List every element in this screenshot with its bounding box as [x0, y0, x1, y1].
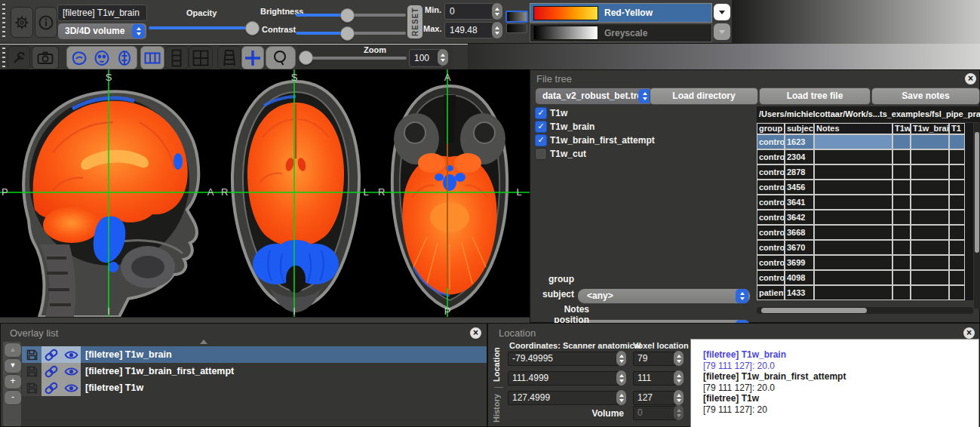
notes-cell[interactable]: [814, 210, 892, 225]
cmap-secondary-dropdown-button[interactable]: [714, 23, 730, 40]
crosshair-toggle-button[interactable]: [241, 46, 264, 69]
column-header-Notes[interactable]: Notes: [814, 123, 892, 134]
zoom-slider[interactable]: [305, 57, 407, 60]
toggle-visibility-button[interactable]: [61, 346, 81, 363]
sagittal-canvas[interactable]: S I P A: [0, 69, 217, 317]
scrollbar-thumb[interactable]: [975, 132, 979, 253]
world-z-field[interactable]: 127.4999: [508, 391, 619, 405]
overlay-name-field[interactable]: [filetree] T1w_brain: [57, 5, 147, 21]
notes-cell[interactable]: [814, 240, 892, 255]
tab-location[interactable]: Location: [492, 343, 504, 386]
column-header-T1w[interactable]: T1w: [892, 123, 911, 134]
overlay-info-button[interactable]: [35, 7, 57, 38]
column-header-T1w_brain[interactable]: T1w_brain: [911, 123, 949, 134]
filetree-variable-T1w_cut[interactable]: T1w_cut: [535, 147, 746, 160]
save-overlay-button[interactable]: [22, 363, 41, 379]
layout-horizontal-button[interactable]: [140, 46, 164, 69]
checkbox[interactable]: ✓: [535, 107, 547, 119]
brightness-slider-thumb[interactable]: [340, 8, 355, 23]
lightbox-mode-button[interactable]: [217, 46, 241, 69]
reset-button[interactable]: RESET: [407, 5, 422, 38]
add-overlay-button[interactable]: +: [4, 374, 22, 389]
table-row[interactable]: control3642: [757, 210, 973, 225]
checkbox[interactable]: ✓: [535, 121, 547, 133]
overlay-settings-button[interactable]: [11, 7, 33, 38]
opacity-slider-thumb[interactable]: [245, 21, 260, 35]
table-row[interactable]: control2878: [757, 164, 973, 180]
cmap-row-red-yellow[interactable]: Red-Yellow: [530, 3, 712, 23]
overlay-item[interactable]: [filetree] T1w_brain: [22, 346, 487, 363]
overlay-type-dropdown[interactable]: 3D/4D volume: [57, 23, 147, 40]
toolbar-drag-handle[interactable]: [2, 4, 5, 39]
notes-cell[interactable]: [814, 225, 892, 240]
filetree-variable-T1w_brain_first_attempt[interactable]: ✓T1w_brain_first_attempt: [535, 134, 746, 146]
notes-cell[interactable]: [814, 255, 892, 270]
overlay-item[interactable]: [filetree] T1w: [22, 379, 487, 396]
world-z-stepper[interactable]: [616, 390, 626, 405]
column-header-group[interactable]: group: [757, 123, 785, 134]
min-stepper[interactable]: [492, 3, 502, 20]
close-panel-button[interactable]: ×: [965, 73, 976, 84]
cmap-primary-dropdown-button[interactable]: [714, 4, 730, 20]
table-row[interactable]: control3456: [757, 180, 973, 195]
checkbox[interactable]: ✓: [535, 134, 547, 146]
max-stepper[interactable]: [492, 22, 502, 38]
table-vertical-scrollbar[interactable]: [974, 123, 980, 309]
axial-toggle-icon[interactable]: [115, 50, 134, 66]
screenshot-button[interactable]: [32, 46, 59, 69]
voxel-y-field[interactable]: 111: [633, 371, 677, 386]
coronal-toggle-icon[interactable]: [93, 50, 111, 66]
group-filter-dropdown[interactable]: <any>: [577, 288, 751, 304]
checkbox[interactable]: [535, 148, 547, 160]
notes-cell[interactable]: [814, 149, 892, 164]
world-y-stepper[interactable]: [616, 370, 626, 386]
voxel-x-field[interactable]: 79: [633, 352, 677, 366]
notes-cell[interactable]: [814, 134, 892, 149]
table-horizontal-scrollbar[interactable]: [757, 307, 973, 314]
contrast-slider-thumb[interactable]: [340, 26, 355, 41]
remove-overlay-button[interactable]: -: [4, 390, 22, 405]
table-row[interactable]: control3668: [757, 225, 973, 240]
close-panel-button[interactable]: ×: [963, 327, 975, 339]
cmap-mini-swatch-selected[interactable]: [505, 11, 528, 23]
load-tree-file-button[interactable]: Load tree file: [759, 88, 871, 105]
zoom-slider-thumb[interactable]: [299, 51, 313, 65]
voxel-z-stepper[interactable]: [674, 390, 684, 405]
toggle-visibility-button[interactable]: [61, 379, 81, 396]
table-row[interactable]: control3641: [757, 195, 973, 210]
notes-cell[interactable]: [814, 180, 892, 195]
min-value-field[interactable]: 0: [444, 3, 494, 20]
notes-cell[interactable]: [814, 195, 892, 210]
filetree-variable-T1w_brain[interactable]: ✓T1w_brain: [535, 120, 746, 133]
save-notes-button[interactable]: Save notes: [871, 88, 980, 105]
tab-history[interactable]: History: [492, 390, 504, 426]
axial-canvas[interactable]: A P R L: [374, 69, 530, 317]
zoom-tool-button[interactable]: [266, 46, 296, 69]
save-overlay-button[interactable]: [22, 346, 41, 363]
voxel-x-stepper[interactable]: [674, 351, 684, 366]
load-directory-button[interactable]: Load directory: [650, 88, 758, 105]
notes-cell[interactable]: [814, 285, 892, 300]
sagittal-toggle-icon[interactable]: [70, 50, 88, 66]
table-row[interactable]: patient1433: [757, 285, 973, 300]
move-overlay-down-button[interactable]: ▼: [4, 358, 22, 373]
voxel-y-stepper[interactable]: [674, 370, 684, 386]
max-value-field[interactable]: 149.48: [444, 22, 494, 38]
brightness-slider[interactable]: [296, 14, 347, 17]
toolbar-drag-handle[interactable]: [2, 48, 5, 67]
opacity-slider[interactable]: [149, 26, 254, 29]
link-overlay-button[interactable]: [41, 363, 61, 379]
cmap-mini-swatch[interactable]: [506, 23, 527, 33]
move-overlay-up-button[interactable]: ▲: [4, 343, 22, 358]
filetree-variable-T1w[interactable]: ✓T1w: [535, 106, 746, 119]
link-overlay-button[interactable]: [41, 346, 61, 363]
notes-cell[interactable]: [814, 164, 892, 180]
world-x-stepper[interactable]: [616, 351, 626, 366]
column-header-T1[interactable]: T1: [949, 123, 965, 134]
layout-grid-button[interactable]: [189, 46, 213, 69]
table-row[interactable]: control3699: [757, 255, 973, 270]
voxel-z-field[interactable]: 127: [633, 391, 677, 405]
tree-file-dropdown[interactable]: data_v2_robust_bet.tree: [535, 88, 653, 105]
table-row[interactable]: control4098: [757, 270, 973, 285]
contrast-slider[interactable]: [296, 32, 347, 35]
